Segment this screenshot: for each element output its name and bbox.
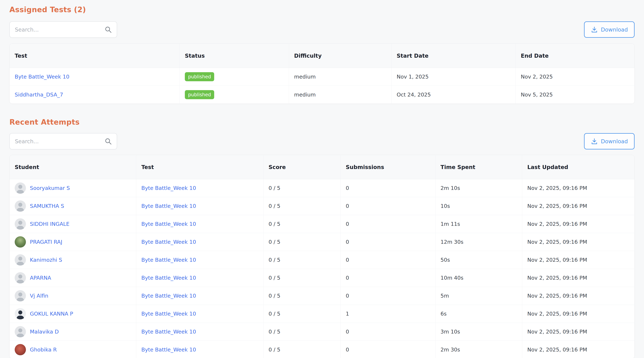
person-icon xyxy=(15,308,26,319)
student-link[interactable]: Sooryakumar S xyxy=(30,185,70,191)
column-header-test: Test xyxy=(136,155,263,179)
table-row: Kanimozhi S Byte Battle_Week 10 0 / 5 0 … xyxy=(10,251,634,269)
search-icon xyxy=(104,26,112,33)
test-link[interactable]: Byte Battle_Week 10 xyxy=(141,239,196,245)
student-link[interactable]: Vj Alfin xyxy=(30,293,48,299)
score-cell: 0 / 5 xyxy=(263,197,340,215)
last-updated-cell: Nov 2, 2025, 09:16 PM xyxy=(522,287,634,305)
assigned-tests-section: Assigned Tests (2) Download Test Status xyxy=(10,5,634,104)
recent-attempts-title: Recent Attempts xyxy=(10,118,634,127)
column-header-end-date: End Date xyxy=(516,44,634,68)
assigned-tests-search-input[interactable] xyxy=(10,22,117,37)
avatar xyxy=(15,344,26,355)
person-icon xyxy=(15,290,26,301)
avatar xyxy=(15,182,26,194)
avatar xyxy=(15,272,26,283)
assigned-tests-title: Assigned Tests (2) xyxy=(10,5,634,14)
score-cell: 0 / 5 xyxy=(263,179,340,197)
assigned-tests-download-button[interactable]: Download xyxy=(584,22,634,38)
download-icon xyxy=(591,138,598,145)
column-header-student: Student xyxy=(10,155,136,179)
column-header-last-updated: Last Updated xyxy=(522,155,634,179)
end-date-cell: Nov 5, 2025 xyxy=(516,86,634,104)
last-updated-cell: Nov 2, 2025, 09:16 PM xyxy=(522,215,634,233)
column-header-difficulty: Difficulty xyxy=(289,44,392,68)
test-link[interactable]: Byte Battle_Week 10 xyxy=(141,221,196,227)
score-cell: 0 / 5 xyxy=(263,269,340,287)
column-header-submissions: Submissions xyxy=(340,155,435,179)
time-spent-cell: 10s xyxy=(435,197,522,215)
recent-attempts-table: Student Test Score Submissions Time Spen… xyxy=(10,155,634,358)
avatar xyxy=(15,254,26,265)
recent-attempts-download-button[interactable]: Download xyxy=(584,133,634,149)
submissions-cell: 0 xyxy=(340,233,435,251)
avatar xyxy=(15,200,26,212)
avatar xyxy=(15,326,26,337)
avatar xyxy=(15,308,26,319)
score-cell: 0 / 5 xyxy=(263,251,340,269)
table-row: GOKUL KANNA P Byte Battle_Week 10 0 / 5 … xyxy=(10,305,634,323)
table-row: SAMUKTHA S Byte Battle_Week 10 0 / 5 0 1… xyxy=(10,197,634,215)
time-spent-cell: 2m 30s xyxy=(435,341,522,358)
time-spent-cell: 12m 30s xyxy=(435,233,522,251)
submissions-cell: 0 xyxy=(340,323,435,340)
test-link[interactable]: Byte Battle_Week 10 xyxy=(141,311,196,317)
test-link[interactable]: Byte Battle_Week 10 xyxy=(141,275,196,281)
student-link[interactable]: PRAGATI RAJ xyxy=(30,239,62,245)
student-link[interactable]: Kanimozhi S xyxy=(30,257,62,263)
submissions-cell: 0 xyxy=(340,197,435,215)
table-row: PRAGATI RAJ Byte Battle_Week 10 0 / 5 0 … xyxy=(10,233,634,251)
last-updated-cell: Nov 2, 2025, 09:16 PM xyxy=(522,323,634,340)
submissions-cell: 0 xyxy=(340,341,435,358)
test-link[interactable]: Byte Battle_Week 10 xyxy=(141,203,196,209)
submissions-cell: 0 xyxy=(340,269,435,287)
column-header-time-spent: Time Spent xyxy=(435,155,522,179)
submissions-cell: 0 xyxy=(340,287,435,305)
end-date-cell: Nov 2, 2025 xyxy=(516,68,634,86)
recent-attempts-search-input[interactable] xyxy=(10,134,117,149)
search-icon xyxy=(104,137,112,145)
test-link[interactable]: Byte Battle_Week 10 xyxy=(15,74,70,80)
recent-attempts-table-header: Student Test Score Submissions Time Spen… xyxy=(10,155,634,179)
last-updated-cell: Nov 2, 2025, 09:16 PM xyxy=(522,179,634,197)
status-badge: published xyxy=(185,72,214,81)
time-spent-cell: 1m 11s xyxy=(435,215,522,233)
submissions-cell: 1 xyxy=(340,305,435,323)
assigned-tests-table: Test Status Difficulty Start Date End Da… xyxy=(10,44,634,104)
time-spent-cell: 2m 10s xyxy=(435,179,522,197)
test-link[interactable]: Byte Battle_Week 10 xyxy=(141,185,196,191)
time-spent-cell: 5m xyxy=(435,287,522,305)
test-link[interactable]: Byte Battle_Week 10 xyxy=(141,329,196,335)
table-row: Ghobika R Byte Battle_Week 10 0 / 5 0 2m… xyxy=(10,340,634,358)
student-link[interactable]: Malavika D xyxy=(30,329,59,335)
recent-attempts-table-body: Sooryakumar S Byte Battle_Week 10 0 / 5 … xyxy=(10,179,634,358)
student-link[interactable]: Ghobika R xyxy=(30,346,57,353)
table-row: Malavika D Byte Battle_Week 10 0 / 5 0 3… xyxy=(10,323,634,340)
score-cell: 0 / 5 xyxy=(263,305,340,323)
time-spent-cell: 3m 10s xyxy=(435,323,522,340)
test-link[interactable]: Byte Battle_Week 10 xyxy=(141,346,196,353)
download-button-label: Download xyxy=(601,138,628,145)
table-row: Sooryakumar S Byte Battle_Week 10 0 / 5 … xyxy=(10,179,634,197)
person-icon xyxy=(15,272,26,283)
test-link[interactable]: Byte Battle_Week 10 xyxy=(141,257,196,263)
table-row: Vj Alfin Byte Battle_Week 10 0 / 5 0 5m … xyxy=(10,287,634,305)
avatar xyxy=(15,290,26,301)
column-header-start-date: Start Date xyxy=(392,44,516,68)
submissions-cell: 0 xyxy=(340,215,435,233)
test-link[interactable]: Siddhartha_DSA_7 xyxy=(15,92,63,98)
last-updated-cell: Nov 2, 2025, 09:16 PM xyxy=(522,305,634,323)
column-header-status: Status xyxy=(180,44,289,68)
last-updated-cell: Nov 2, 2025, 09:16 PM xyxy=(522,341,634,358)
assigned-tests-toolbar: Download xyxy=(10,22,634,38)
student-link[interactable]: SIDDHI INGALE xyxy=(30,221,70,227)
test-link[interactable]: Byte Battle_Week 10 xyxy=(141,293,196,299)
score-cell: 0 / 5 xyxy=(263,287,340,305)
person-icon xyxy=(15,254,26,265)
student-link[interactable]: GOKUL KANNA P xyxy=(30,311,73,317)
student-link[interactable]: SAMUKTHA S xyxy=(30,203,64,209)
dashboard-page: Assigned Tests (2) Download Test Status xyxy=(0,0,644,358)
person-icon xyxy=(15,182,26,194)
time-spent-cell: 10m 40s xyxy=(435,269,522,287)
student-link[interactable]: APARNA xyxy=(30,275,51,281)
